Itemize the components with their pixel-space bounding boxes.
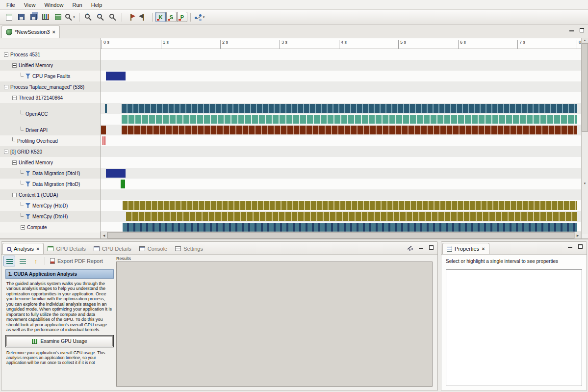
- timeline-bar[interactable]: [106, 72, 126, 80]
- tree-row-cpu-page-faults[interactable]: CPU Page Faults: [0, 71, 100, 81]
- collapse-toggle[interactable]: [21, 225, 25, 230]
- collapse-toggle[interactable]: [12, 193, 17, 197]
- export-pdf-button[interactable]: Export PDF Report: [48, 258, 105, 264]
- tree-row-memcpy-htod[interactable]: MemCpy (HtoD): [0, 200, 100, 211]
- maximize-icon[interactable]: [429, 245, 434, 250]
- collapse-toggle[interactable]: [12, 96, 17, 100]
- filter-icon[interactable]: [26, 171, 30, 176]
- analyze-button[interactable]: ▾: [194, 11, 205, 23]
- maximize-icon[interactable]: [578, 244, 583, 249]
- tab-properties[interactable]: Properties ×: [442, 243, 489, 254]
- timeline-bar[interactable]: [121, 180, 125, 188]
- timeline-lane-openacc[interactable]: [101, 114, 581, 125]
- tree-row-context-1-cuda[interactable]: Context 1 (CUDA): [0, 189, 100, 200]
- timeline-bar[interactable]: [101, 126, 106, 134]
- timeline-bar[interactable]: [123, 201, 577, 210]
- timeline-lane-data-migration-htod[interactable]: [101, 179, 581, 189]
- tree-row-compute[interactable]: Compute: [0, 222, 100, 233]
- timeline-bar[interactable]: [123, 223, 577, 232]
- close-icon[interactable]: ×: [52, 29, 55, 35]
- timeline-bar[interactable]: [122, 126, 577, 134]
- minimize-icon[interactable]: [568, 245, 572, 248]
- collapse-toggle[interactable]: [12, 63, 17, 68]
- timeline-lane-compute[interactable]: [101, 222, 581, 232]
- minimize-icon[interactable]: [569, 29, 574, 31]
- timeline-lane-0-grid-k520[interactable]: [101, 146, 581, 157]
- tab-settings[interactable]: Settings: [171, 243, 207, 254]
- collapse-toggle[interactable]: [4, 52, 8, 57]
- menu-run[interactable]: Run: [68, 1, 87, 9]
- timeline-lane-memcpy-dtoh[interactable]: [101, 211, 581, 222]
- tab-session[interactable]: *NewSession3 ×: [1, 26, 60, 38]
- examine-gpu-usage-button[interactable]: Examine GPU Usage: [6, 336, 113, 346]
- timeline-lane-process-laplace-managed-538[interactable]: [101, 81, 581, 92]
- tree-row-process-4531[interactable]: Process 4531: [0, 49, 100, 60]
- timeline-lane-unified-memory[interactable]: [101, 157, 581, 168]
- horizontal-scroll-thumb[interactable]: [107, 232, 574, 238]
- unguided-analysis-button[interactable]: [17, 256, 28, 266]
- filter-icon[interactable]: [26, 203, 30, 208]
- guided-analysis-button[interactable]: [3, 256, 15, 266]
- view-menu-icon[interactable]: [407, 244, 413, 250]
- timeline-lane-profiling-overhead[interactable]: [101, 135, 581, 146]
- tree-row-memcpy-dtoh[interactable]: MemCpy (DtoH): [0, 211, 100, 222]
- save-button[interactable]: [15, 11, 27, 23]
- collapse-toggle[interactable]: [12, 160, 17, 165]
- filter-icon[interactable]: [26, 214, 30, 219]
- menu-file[interactable]: File: [2, 1, 20, 9]
- zoom-out-button[interactable]: [95, 11, 106, 23]
- stream-highlight-toggle[interactable]: S: [166, 12, 177, 22]
- timeline-lane-process-4531[interactable]: [101, 49, 581, 60]
- timeline-chart-button[interactable]: [40, 11, 51, 23]
- tree-row-openacc[interactable]: OpenACC: [0, 103, 100, 125]
- zoom-in-button[interactable]: [82, 11, 94, 23]
- tab-gpu-details[interactable]: GPU Details: [44, 243, 90, 254]
- filter-icon[interactable]: [26, 74, 30, 78]
- timeline-bar[interactable]: [106, 169, 126, 178]
- tree-row-data-migration-htod[interactable]: Data Migration (HtoD): [0, 179, 100, 189]
- menu-help[interactable]: Help: [87, 1, 107, 9]
- back-button[interactable]: ↑: [30, 256, 42, 266]
- tree-row-thread-3172140864[interactable]: Thread 3172140864: [0, 92, 100, 103]
- tree-row-data-migration-dtoh[interactable]: Data Migration (DtoH): [0, 168, 100, 179]
- timeline-bar[interactable]: [122, 115, 577, 124]
- filter-icon[interactable]: [26, 182, 30, 186]
- timeline-lane-data-migration-dtoh[interactable]: [101, 168, 581, 179]
- tab-console[interactable]: Console: [135, 243, 171, 254]
- kernel-highlight-toggle[interactable]: K: [155, 12, 166, 22]
- collapse-toggle[interactable]: [4, 85, 8, 89]
- vertical-scrollbar[interactable]: ▲ ▼: [581, 38, 588, 238]
- tree-row-profiling-overhead[interactable]: Profiling Overhead: [0, 135, 100, 146]
- timeline-bar[interactable]: [102, 136, 103, 145]
- scroll-up-icon[interactable]: ▲: [582, 38, 588, 43]
- timeline-lane-driver-api[interactable]: [101, 125, 581, 135]
- timeline-bar[interactable]: [122, 104, 577, 113]
- timeline-bar[interactable]: [104, 136, 105, 145]
- timeline-lane-openacc[interactable]: [101, 103, 581, 114]
- tree-row-process-laplace-managed-538[interactable]: Process "laplace_managed" (538): [0, 81, 100, 92]
- scroll-left-icon[interactable]: ◀: [101, 232, 107, 238]
- marker-back-button[interactable]: [137, 11, 149, 23]
- horizontal-scrollbar[interactable]: ◀ ▶: [101, 232, 581, 238]
- export-button[interactable]: [52, 11, 64, 23]
- timeline-lane-thread-3172140864[interactable]: [101, 92, 581, 103]
- close-icon[interactable]: ×: [36, 246, 39, 252]
- timeline-lane-unified-memory[interactable]: [101, 60, 581, 71]
- minimize-icon[interactable]: [419, 246, 423, 249]
- tree-row-0-grid-k520[interactable]: [0] GRID K520: [0, 146, 100, 157]
- maximize-icon[interactable]: [580, 28, 584, 32]
- scroll-right-icon[interactable]: ▶: [574, 232, 581, 238]
- save-all-button[interactable]: [27, 11, 39, 23]
- search-button[interactable]: ▾: [64, 11, 76, 23]
- process-highlight-toggle[interactable]: P: [177, 12, 187, 22]
- timeline-lane-context-1-cuda[interactable]: [101, 189, 581, 200]
- close-icon[interactable]: ×: [482, 246, 485, 252]
- tree-row-unified-memory[interactable]: Unified Memory: [0, 157, 100, 168]
- zoom-fit-button[interactable]: [107, 11, 119, 23]
- tab-analysis[interactable]: Analysis×: [2, 243, 44, 254]
- vertical-scroll-thumb[interactable]: [582, 43, 588, 132]
- tab-cpu-details[interactable]: CPU Details: [90, 243, 135, 254]
- menu-view[interactable]: View: [20, 1, 40, 9]
- marker-forward-button[interactable]: [125, 11, 137, 23]
- timeline-lane-memcpy-htod[interactable]: [101, 200, 581, 211]
